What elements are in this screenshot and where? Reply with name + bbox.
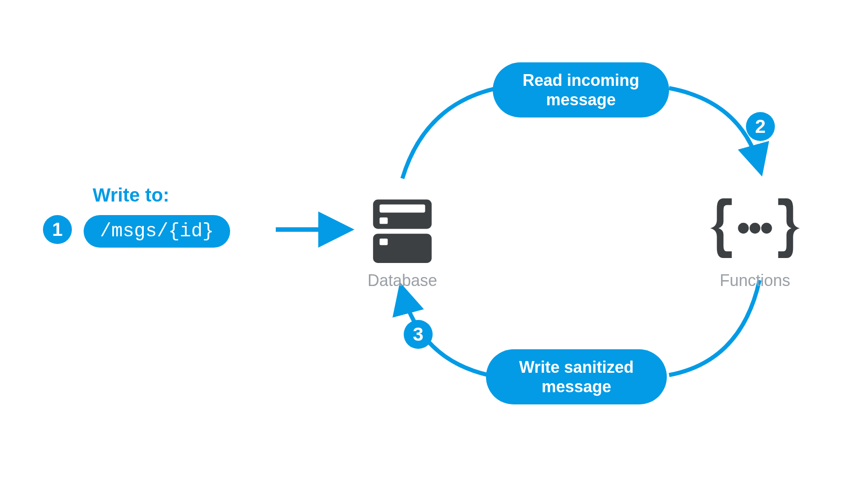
step-badge-2: 2 — [746, 112, 775, 141]
database-label: Database — [362, 271, 443, 290]
write-path-pill: /msgs/{id} — [84, 215, 230, 248]
bottom-step-pill: Write sanitized message — [486, 349, 667, 404]
top-step-pill-line1: Read incoming — [511, 70, 651, 90]
database-icon — [362, 190, 443, 271]
bottom-step-pill-line1: Write sanitized — [504, 357, 649, 377]
top-step-pill: Read incoming message — [493, 62, 669, 117]
step-badge-2-number: 2 — [755, 116, 765, 137]
database-node — [362, 190, 443, 273]
svg-rect-1 — [380, 204, 425, 212]
arc-functions-to-bottom-pill — [669, 280, 760, 375]
svg-rect-3 — [373, 234, 432, 263]
top-step-pill-line2: message — [511, 90, 651, 109]
step-badge-3-number: 3 — [413, 324, 423, 345]
arc-db-to-top-pill — [402, 88, 497, 178]
write-to-label: Write to: — [93, 184, 170, 206]
svg-rect-2 — [380, 217, 388, 224]
diagram-canvas: Write to: 1 /msgs/{id} Database Function… — [0, 0, 868, 488]
write-path-text: /msgs/{id} — [100, 221, 214, 242]
svg-rect-0 — [373, 200, 432, 229]
functions-icon — [705, 185, 805, 271]
functions-label: Functions — [698, 271, 811, 290]
step-badge-1-number: 1 — [52, 219, 62, 240]
step-badge-1: 1 — [43, 215, 72, 244]
svg-rect-4 — [380, 239, 388, 245]
functions-node — [705, 185, 805, 273]
svg-point-5 — [738, 223, 749, 234]
svg-point-6 — [750, 223, 760, 234]
svg-point-7 — [761, 223, 772, 234]
bottom-step-pill-line2: message — [504, 377, 649, 396]
step-badge-3: 3 — [404, 320, 433, 349]
